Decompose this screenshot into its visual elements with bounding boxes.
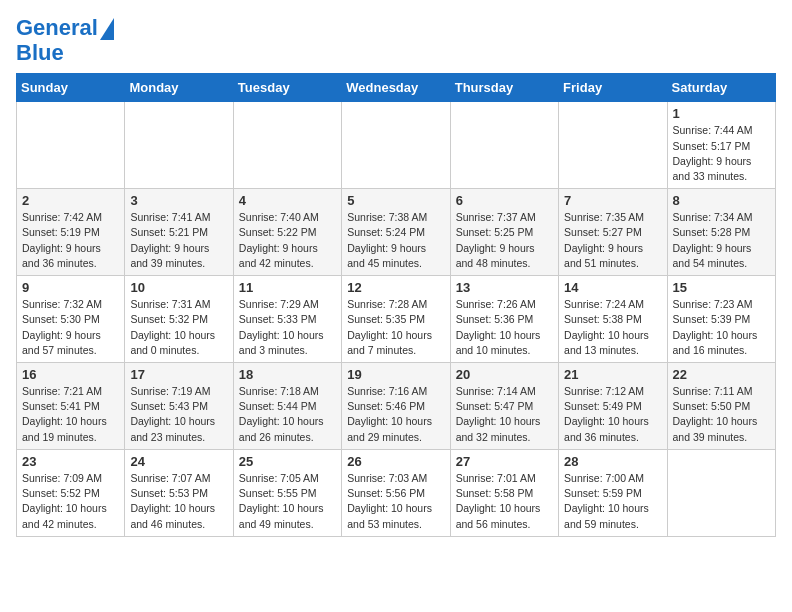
calendar-cell: 24Sunrise: 7:07 AM Sunset: 5:53 PM Dayli… <box>125 449 233 536</box>
weekday-header-monday: Monday <box>125 74 233 102</box>
calendar-cell: 9Sunrise: 7:32 AM Sunset: 5:30 PM Daylig… <box>17 276 125 363</box>
day-number: 6 <box>456 193 553 208</box>
day-info: Sunrise: 7:03 AM Sunset: 5:56 PM Dayligh… <box>347 471 444 532</box>
weekday-header-sunday: Sunday <box>17 74 125 102</box>
day-number: 3 <box>130 193 227 208</box>
day-number: 13 <box>456 280 553 295</box>
calendar-week-row: 23Sunrise: 7:09 AM Sunset: 5:52 PM Dayli… <box>17 449 776 536</box>
day-info: Sunrise: 7:23 AM Sunset: 5:39 PM Dayligh… <box>673 297 770 358</box>
calendar-cell: 6Sunrise: 7:37 AM Sunset: 5:25 PM Daylig… <box>450 189 558 276</box>
day-info: Sunrise: 7:18 AM Sunset: 5:44 PM Dayligh… <box>239 384 336 445</box>
day-number: 2 <box>22 193 119 208</box>
calendar-cell <box>450 102 558 189</box>
day-info: Sunrise: 7:24 AM Sunset: 5:38 PM Dayligh… <box>564 297 661 358</box>
weekday-header-row: SundayMondayTuesdayWednesdayThursdayFrid… <box>17 74 776 102</box>
calendar-cell <box>559 102 667 189</box>
calendar-week-row: 2Sunrise: 7:42 AM Sunset: 5:19 PM Daylig… <box>17 189 776 276</box>
logo: General Blue <box>16 16 114 65</box>
day-number: 1 <box>673 106 770 121</box>
day-number: 4 <box>239 193 336 208</box>
calendar-cell: 28Sunrise: 7:00 AM Sunset: 5:59 PM Dayli… <box>559 449 667 536</box>
logo-text-blue: Blue <box>16 41 64 65</box>
day-number: 20 <box>456 367 553 382</box>
calendar-cell: 20Sunrise: 7:14 AM Sunset: 5:47 PM Dayli… <box>450 363 558 450</box>
calendar-cell: 27Sunrise: 7:01 AM Sunset: 5:58 PM Dayli… <box>450 449 558 536</box>
logo-triangle-icon <box>100 18 114 40</box>
calendar-cell: 23Sunrise: 7:09 AM Sunset: 5:52 PM Dayli… <box>17 449 125 536</box>
calendar-cell: 1Sunrise: 7:44 AM Sunset: 5:17 PM Daylig… <box>667 102 775 189</box>
calendar-cell: 19Sunrise: 7:16 AM Sunset: 5:46 PM Dayli… <box>342 363 450 450</box>
calendar-cell: 2Sunrise: 7:42 AM Sunset: 5:19 PM Daylig… <box>17 189 125 276</box>
day-info: Sunrise: 7:40 AM Sunset: 5:22 PM Dayligh… <box>239 210 336 271</box>
calendar-week-row: 16Sunrise: 7:21 AM Sunset: 5:41 PM Dayli… <box>17 363 776 450</box>
day-number: 14 <box>564 280 661 295</box>
day-number: 22 <box>673 367 770 382</box>
calendar-cell: 16Sunrise: 7:21 AM Sunset: 5:41 PM Dayli… <box>17 363 125 450</box>
day-number: 9 <box>22 280 119 295</box>
day-info: Sunrise: 7:01 AM Sunset: 5:58 PM Dayligh… <box>456 471 553 532</box>
day-info: Sunrise: 7:34 AM Sunset: 5:28 PM Dayligh… <box>673 210 770 271</box>
calendar-week-row: 1Sunrise: 7:44 AM Sunset: 5:17 PM Daylig… <box>17 102 776 189</box>
calendar-cell: 8Sunrise: 7:34 AM Sunset: 5:28 PM Daylig… <box>667 189 775 276</box>
calendar-cell: 18Sunrise: 7:18 AM Sunset: 5:44 PM Dayli… <box>233 363 341 450</box>
day-info: Sunrise: 7:26 AM Sunset: 5:36 PM Dayligh… <box>456 297 553 358</box>
day-number: 8 <box>673 193 770 208</box>
day-number: 17 <box>130 367 227 382</box>
day-info: Sunrise: 7:29 AM Sunset: 5:33 PM Dayligh… <box>239 297 336 358</box>
day-info: Sunrise: 7:32 AM Sunset: 5:30 PM Dayligh… <box>22 297 119 358</box>
calendar-cell: 22Sunrise: 7:11 AM Sunset: 5:50 PM Dayli… <box>667 363 775 450</box>
day-info: Sunrise: 7:38 AM Sunset: 5:24 PM Dayligh… <box>347 210 444 271</box>
day-number: 21 <box>564 367 661 382</box>
day-number: 16 <box>22 367 119 382</box>
day-number: 10 <box>130 280 227 295</box>
calendar-cell: 5Sunrise: 7:38 AM Sunset: 5:24 PM Daylig… <box>342 189 450 276</box>
page-header: General Blue <box>16 16 776 65</box>
weekday-header-tuesday: Tuesday <box>233 74 341 102</box>
day-number: 28 <box>564 454 661 469</box>
day-info: Sunrise: 7:31 AM Sunset: 5:32 PM Dayligh… <box>130 297 227 358</box>
day-info: Sunrise: 7:12 AM Sunset: 5:49 PM Dayligh… <box>564 384 661 445</box>
day-info: Sunrise: 7:44 AM Sunset: 5:17 PM Dayligh… <box>673 123 770 184</box>
calendar-table: SundayMondayTuesdayWednesdayThursdayFrid… <box>16 73 776 536</box>
calendar-body: 1Sunrise: 7:44 AM Sunset: 5:17 PM Daylig… <box>17 102 776 536</box>
calendar-cell <box>125 102 233 189</box>
day-number: 25 <box>239 454 336 469</box>
calendar-cell: 17Sunrise: 7:19 AM Sunset: 5:43 PM Dayli… <box>125 363 233 450</box>
day-number: 5 <box>347 193 444 208</box>
day-info: Sunrise: 7:00 AM Sunset: 5:59 PM Dayligh… <box>564 471 661 532</box>
day-info: Sunrise: 7:11 AM Sunset: 5:50 PM Dayligh… <box>673 384 770 445</box>
calendar-cell: 25Sunrise: 7:05 AM Sunset: 5:55 PM Dayli… <box>233 449 341 536</box>
calendar-cell: 3Sunrise: 7:41 AM Sunset: 5:21 PM Daylig… <box>125 189 233 276</box>
calendar-cell: 21Sunrise: 7:12 AM Sunset: 5:49 PM Dayli… <box>559 363 667 450</box>
day-number: 18 <box>239 367 336 382</box>
calendar-cell: 12Sunrise: 7:28 AM Sunset: 5:35 PM Dayli… <box>342 276 450 363</box>
calendar-week-row: 9Sunrise: 7:32 AM Sunset: 5:30 PM Daylig… <box>17 276 776 363</box>
calendar-cell <box>17 102 125 189</box>
calendar-cell: 15Sunrise: 7:23 AM Sunset: 5:39 PM Dayli… <box>667 276 775 363</box>
calendar-cell: 4Sunrise: 7:40 AM Sunset: 5:22 PM Daylig… <box>233 189 341 276</box>
day-number: 27 <box>456 454 553 469</box>
day-number: 7 <box>564 193 661 208</box>
calendar-cell: 14Sunrise: 7:24 AM Sunset: 5:38 PM Dayli… <box>559 276 667 363</box>
day-info: Sunrise: 7:28 AM Sunset: 5:35 PM Dayligh… <box>347 297 444 358</box>
day-info: Sunrise: 7:41 AM Sunset: 5:21 PM Dayligh… <box>130 210 227 271</box>
day-number: 11 <box>239 280 336 295</box>
calendar-header: SundayMondayTuesdayWednesdayThursdayFrid… <box>17 74 776 102</box>
day-info: Sunrise: 7:35 AM Sunset: 5:27 PM Dayligh… <box>564 210 661 271</box>
weekday-header-thursday: Thursday <box>450 74 558 102</box>
logo-text-general: General <box>16 16 98 40</box>
calendar-cell: 10Sunrise: 7:31 AM Sunset: 5:32 PM Dayli… <box>125 276 233 363</box>
calendar-cell: 13Sunrise: 7:26 AM Sunset: 5:36 PM Dayli… <box>450 276 558 363</box>
day-number: 26 <box>347 454 444 469</box>
day-number: 23 <box>22 454 119 469</box>
day-info: Sunrise: 7:09 AM Sunset: 5:52 PM Dayligh… <box>22 471 119 532</box>
weekday-header-saturday: Saturday <box>667 74 775 102</box>
day-info: Sunrise: 7:14 AM Sunset: 5:47 PM Dayligh… <box>456 384 553 445</box>
day-info: Sunrise: 7:16 AM Sunset: 5:46 PM Dayligh… <box>347 384 444 445</box>
day-number: 15 <box>673 280 770 295</box>
day-info: Sunrise: 7:42 AM Sunset: 5:19 PM Dayligh… <box>22 210 119 271</box>
day-number: 12 <box>347 280 444 295</box>
day-info: Sunrise: 7:37 AM Sunset: 5:25 PM Dayligh… <box>456 210 553 271</box>
day-info: Sunrise: 7:19 AM Sunset: 5:43 PM Dayligh… <box>130 384 227 445</box>
calendar-cell <box>667 449 775 536</box>
